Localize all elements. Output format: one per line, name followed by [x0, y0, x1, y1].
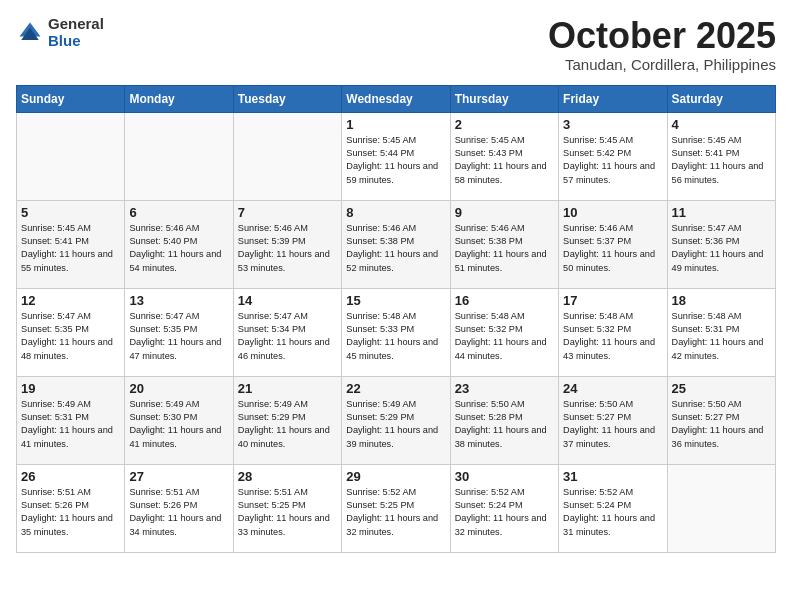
calendar-cell: 6Sunrise: 5:46 AM Sunset: 5:40 PM Daylig… — [125, 200, 233, 288]
day-info: Sunrise: 5:47 AM Sunset: 5:35 PM Dayligh… — [129, 310, 228, 363]
calendar-header: SundayMondayTuesdayWednesdayThursdayFrid… — [17, 85, 776, 112]
day-info: Sunrise: 5:49 AM Sunset: 5:31 PM Dayligh… — [21, 398, 120, 451]
day-info: Sunrise: 5:49 AM Sunset: 5:30 PM Dayligh… — [129, 398, 228, 451]
day-number: 5 — [21, 205, 120, 220]
day-number: 16 — [455, 293, 554, 308]
day-number: 26 — [21, 469, 120, 484]
logo-blue-text: Blue — [48, 33, 104, 50]
calendar-cell: 17Sunrise: 5:48 AM Sunset: 5:32 PM Dayli… — [559, 288, 667, 376]
calendar-week-1: 1Sunrise: 5:45 AM Sunset: 5:44 PM Daylig… — [17, 112, 776, 200]
day-info: Sunrise: 5:48 AM Sunset: 5:31 PM Dayligh… — [672, 310, 771, 363]
day-number: 13 — [129, 293, 228, 308]
day-number: 22 — [346, 381, 445, 396]
day-info: Sunrise: 5:45 AM Sunset: 5:44 PM Dayligh… — [346, 134, 445, 187]
calendar-cell: 31Sunrise: 5:52 AM Sunset: 5:24 PM Dayli… — [559, 464, 667, 552]
day-info: Sunrise: 5:52 AM Sunset: 5:25 PM Dayligh… — [346, 486, 445, 539]
calendar-cell: 3Sunrise: 5:45 AM Sunset: 5:42 PM Daylig… — [559, 112, 667, 200]
calendar-cell: 8Sunrise: 5:46 AM Sunset: 5:38 PM Daylig… — [342, 200, 450, 288]
title-block: October 2025 Tanudan, Cordillera, Philip… — [548, 16, 776, 73]
calendar-cell: 15Sunrise: 5:48 AM Sunset: 5:33 PM Dayli… — [342, 288, 450, 376]
calendar-cell — [125, 112, 233, 200]
weekday-header-friday: Friday — [559, 85, 667, 112]
day-info: Sunrise: 5:46 AM Sunset: 5:40 PM Dayligh… — [129, 222, 228, 275]
calendar-cell — [233, 112, 341, 200]
calendar-week-3: 12Sunrise: 5:47 AM Sunset: 5:35 PM Dayli… — [17, 288, 776, 376]
calendar-week-2: 5Sunrise: 5:45 AM Sunset: 5:41 PM Daylig… — [17, 200, 776, 288]
weekday-header-thursday: Thursday — [450, 85, 558, 112]
logo: General Blue — [16, 16, 104, 49]
calendar-cell: 2Sunrise: 5:45 AM Sunset: 5:43 PM Daylig… — [450, 112, 558, 200]
day-info: Sunrise: 5:49 AM Sunset: 5:29 PM Dayligh… — [346, 398, 445, 451]
calendar-cell: 25Sunrise: 5:50 AM Sunset: 5:27 PM Dayli… — [667, 376, 775, 464]
calendar-cell — [17, 112, 125, 200]
day-number: 23 — [455, 381, 554, 396]
calendar-week-4: 19Sunrise: 5:49 AM Sunset: 5:31 PM Dayli… — [17, 376, 776, 464]
calendar-cell: 16Sunrise: 5:48 AM Sunset: 5:32 PM Dayli… — [450, 288, 558, 376]
calendar-cell: 10Sunrise: 5:46 AM Sunset: 5:37 PM Dayli… — [559, 200, 667, 288]
day-info: Sunrise: 5:50 AM Sunset: 5:27 PM Dayligh… — [672, 398, 771, 451]
calendar-cell — [667, 464, 775, 552]
day-number: 18 — [672, 293, 771, 308]
day-number: 4 — [672, 117, 771, 132]
weekday-header-saturday: Saturday — [667, 85, 775, 112]
weekday-header-tuesday: Tuesday — [233, 85, 341, 112]
day-info: Sunrise: 5:49 AM Sunset: 5:29 PM Dayligh… — [238, 398, 337, 451]
calendar-cell: 7Sunrise: 5:46 AM Sunset: 5:39 PM Daylig… — [233, 200, 341, 288]
day-info: Sunrise: 5:51 AM Sunset: 5:26 PM Dayligh… — [21, 486, 120, 539]
day-number: 9 — [455, 205, 554, 220]
day-info: Sunrise: 5:51 AM Sunset: 5:26 PM Dayligh… — [129, 486, 228, 539]
day-info: Sunrise: 5:52 AM Sunset: 5:24 PM Dayligh… — [455, 486, 554, 539]
weekday-header-monday: Monday — [125, 85, 233, 112]
calendar-week-5: 26Sunrise: 5:51 AM Sunset: 5:26 PM Dayli… — [17, 464, 776, 552]
day-number: 14 — [238, 293, 337, 308]
day-number: 10 — [563, 205, 662, 220]
calendar-cell: 22Sunrise: 5:49 AM Sunset: 5:29 PM Dayli… — [342, 376, 450, 464]
logo-icon — [16, 19, 44, 47]
calendar-table: SundayMondayTuesdayWednesdayThursdayFrid… — [16, 85, 776, 553]
calendar-cell: 26Sunrise: 5:51 AM Sunset: 5:26 PM Dayli… — [17, 464, 125, 552]
calendar-cell: 9Sunrise: 5:46 AM Sunset: 5:38 PM Daylig… — [450, 200, 558, 288]
day-info: Sunrise: 5:47 AM Sunset: 5:34 PM Dayligh… — [238, 310, 337, 363]
day-number: 6 — [129, 205, 228, 220]
logo-general-text: General — [48, 16, 104, 33]
day-number: 30 — [455, 469, 554, 484]
calendar-cell: 24Sunrise: 5:50 AM Sunset: 5:27 PM Dayli… — [559, 376, 667, 464]
day-number: 20 — [129, 381, 228, 396]
calendar-cell: 18Sunrise: 5:48 AM Sunset: 5:31 PM Dayli… — [667, 288, 775, 376]
calendar-cell: 4Sunrise: 5:45 AM Sunset: 5:41 PM Daylig… — [667, 112, 775, 200]
day-number: 2 — [455, 117, 554, 132]
calendar-cell: 19Sunrise: 5:49 AM Sunset: 5:31 PM Dayli… — [17, 376, 125, 464]
day-info: Sunrise: 5:46 AM Sunset: 5:39 PM Dayligh… — [238, 222, 337, 275]
day-number: 28 — [238, 469, 337, 484]
calendar-cell: 11Sunrise: 5:47 AM Sunset: 5:36 PM Dayli… — [667, 200, 775, 288]
calendar-cell: 20Sunrise: 5:49 AM Sunset: 5:30 PM Dayli… — [125, 376, 233, 464]
day-info: Sunrise: 5:48 AM Sunset: 5:32 PM Dayligh… — [455, 310, 554, 363]
day-number: 25 — [672, 381, 771, 396]
weekday-header-wednesday: Wednesday — [342, 85, 450, 112]
day-number: 17 — [563, 293, 662, 308]
calendar-title: October 2025 — [548, 16, 776, 56]
logo-text: General Blue — [48, 16, 104, 49]
day-number: 29 — [346, 469, 445, 484]
day-info: Sunrise: 5:47 AM Sunset: 5:35 PM Dayligh… — [21, 310, 120, 363]
day-info: Sunrise: 5:45 AM Sunset: 5:41 PM Dayligh… — [21, 222, 120, 275]
day-info: Sunrise: 5:45 AM Sunset: 5:43 PM Dayligh… — [455, 134, 554, 187]
day-info: Sunrise: 5:45 AM Sunset: 5:42 PM Dayligh… — [563, 134, 662, 187]
calendar-cell: 27Sunrise: 5:51 AM Sunset: 5:26 PM Dayli… — [125, 464, 233, 552]
day-info: Sunrise: 5:50 AM Sunset: 5:27 PM Dayligh… — [563, 398, 662, 451]
day-info: Sunrise: 5:51 AM Sunset: 5:25 PM Dayligh… — [238, 486, 337, 539]
day-number: 7 — [238, 205, 337, 220]
day-info: Sunrise: 5:52 AM Sunset: 5:24 PM Dayligh… — [563, 486, 662, 539]
day-number: 3 — [563, 117, 662, 132]
calendar-cell: 23Sunrise: 5:50 AM Sunset: 5:28 PM Dayli… — [450, 376, 558, 464]
day-info: Sunrise: 5:47 AM Sunset: 5:36 PM Dayligh… — [672, 222, 771, 275]
day-number: 19 — [21, 381, 120, 396]
day-info: Sunrise: 5:46 AM Sunset: 5:38 PM Dayligh… — [346, 222, 445, 275]
calendar-cell: 29Sunrise: 5:52 AM Sunset: 5:25 PM Dayli… — [342, 464, 450, 552]
calendar-cell: 12Sunrise: 5:47 AM Sunset: 5:35 PM Dayli… — [17, 288, 125, 376]
day-number: 11 — [672, 205, 771, 220]
calendar-cell: 30Sunrise: 5:52 AM Sunset: 5:24 PM Dayli… — [450, 464, 558, 552]
weekday-header-row: SundayMondayTuesdayWednesdayThursdayFrid… — [17, 85, 776, 112]
weekday-header-sunday: Sunday — [17, 85, 125, 112]
day-info: Sunrise: 5:50 AM Sunset: 5:28 PM Dayligh… — [455, 398, 554, 451]
